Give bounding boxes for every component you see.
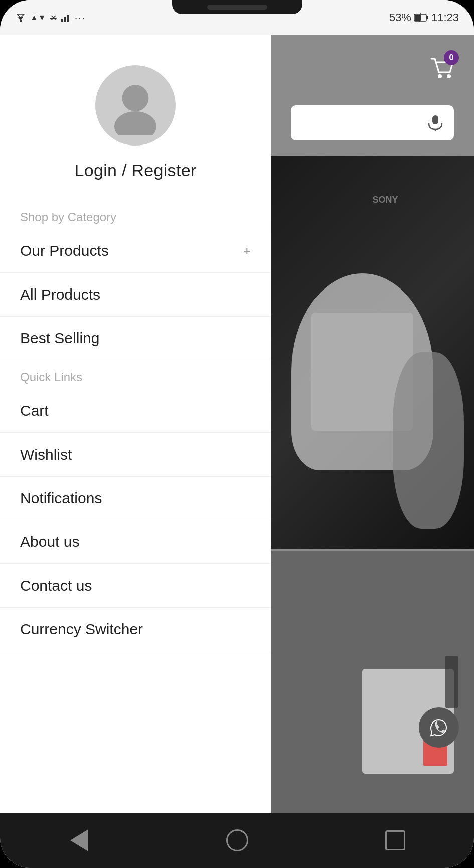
nav-recent-button[interactable]: [380, 825, 410, 855]
search-bar[interactable]: [291, 105, 454, 140]
signal-bars-icon: [61, 13, 71, 22]
svg-rect-3: [61, 19, 63, 22]
menu-item-label-all-products: All Products: [20, 286, 100, 303]
svg-point-11: [114, 111, 156, 135]
menu-item-label-about-us: About us: [20, 533, 79, 550]
menu-item-label-wishlist: Wishlist: [20, 446, 72, 463]
back-icon: [70, 829, 88, 851]
svg-rect-2: [20, 20, 22, 22]
login-register-link[interactable]: Login / Register: [75, 161, 197, 180]
menu-item-contact-us[interactable]: Contact us: [0, 564, 271, 608]
phone-notch: [172, 0, 302, 14]
section-label-category: Shop by Category: [0, 200, 271, 229]
section-label-quick-links: Quick Links: [0, 360, 271, 389]
menu-item-label-currency-switcher: Currency Switcher: [20, 621, 143, 638]
signal-up-icon: ▲▼: [30, 13, 46, 22]
nav-home-button[interactable]: [222, 825, 252, 855]
menu-item-label-best-selling: Best Selling: [20, 330, 99, 347]
avatar: [95, 65, 176, 146]
whatsapp-fab[interactable]: [419, 707, 459, 748]
bottom-nav: [0, 813, 474, 868]
sidebar-drawer: Login / Register Shop by Category Our Pr…: [0, 35, 271, 813]
cart-badge: 0: [444, 50, 459, 65]
mic-icon[interactable]: [427, 114, 444, 131]
menu-item-label-cart: Cart: [20, 402, 49, 419]
menu-item-wishlist[interactable]: Wishlist: [0, 433, 271, 477]
more-dots-icon: ···: [75, 12, 86, 24]
right-top-bar: 0: [271, 35, 474, 100]
notch-pill: [207, 5, 267, 10]
phone-screen: ▲▼ ✕ ··· 53% 11:23: [0, 0, 474, 868]
svg-marker-1: [17, 14, 24, 18]
expand-icon-our-products: +: [243, 243, 251, 259]
avatar-svg: [105, 75, 166, 135]
svg-point-13: [447, 74, 451, 78]
whatsapp-icon: [427, 716, 450, 739]
cart-button[interactable]: 0: [424, 50, 459, 85]
svg-point-12: [438, 74, 442, 78]
menu-item-all-products[interactable]: All Products: [0, 273, 271, 317]
menu-item-about-us[interactable]: About us: [0, 520, 271, 564]
menu-item-cart[interactable]: Cart: [0, 389, 271, 433]
phone-frame: ▲▼ ✕ ··· 53% 11:23: [0, 0, 474, 868]
svg-rect-8: [426, 16, 428, 19]
nav-back-button[interactable]: [64, 825, 94, 855]
search-row: [271, 100, 474, 156]
menu-item-our-products[interactable]: Our Products +: [0, 229, 271, 273]
menu-item-best-selling[interactable]: Best Selling: [0, 317, 271, 360]
svg-rect-4: [64, 17, 66, 22]
svg-rect-14: [432, 115, 438, 124]
menu-item-currency-switcher[interactable]: Currency Switcher: [0, 608, 271, 651]
svg-point-10: [122, 85, 149, 111]
cart-count: 0: [449, 53, 454, 62]
signal-x-icon: ✕: [50, 13, 57, 23]
time-display: 11:23: [431, 11, 459, 24]
status-right: 53% 11:23: [389, 11, 459, 24]
right-panel-overlay[interactable]: 0: [271, 35, 474, 813]
status-left-icons: ▲▼ ✕ ···: [15, 12, 86, 24]
menu-item-notifications[interactable]: Notifications: [0, 477, 271, 520]
menu-item-label-notifications: Notifications: [20, 490, 102, 507]
recent-icon: [385, 830, 405, 850]
battery-icon: [414, 13, 428, 22]
product-image-1: SONY: [271, 156, 474, 549]
sidebar-header: Login / Register: [0, 35, 271, 200]
main-content: Login / Register Shop by Category Our Pr…: [0, 35, 474, 813]
product-image-2: [271, 551, 474, 813]
menu-item-label-contact-us: Contact us: [20, 577, 92, 594]
home-icon: [226, 829, 248, 851]
svg-rect-5: [67, 15, 69, 22]
menu-item-label-our-products: Our Products: [20, 242, 109, 259]
wifi-icon: [15, 13, 26, 22]
battery-percent: 53%: [389, 11, 411, 24]
